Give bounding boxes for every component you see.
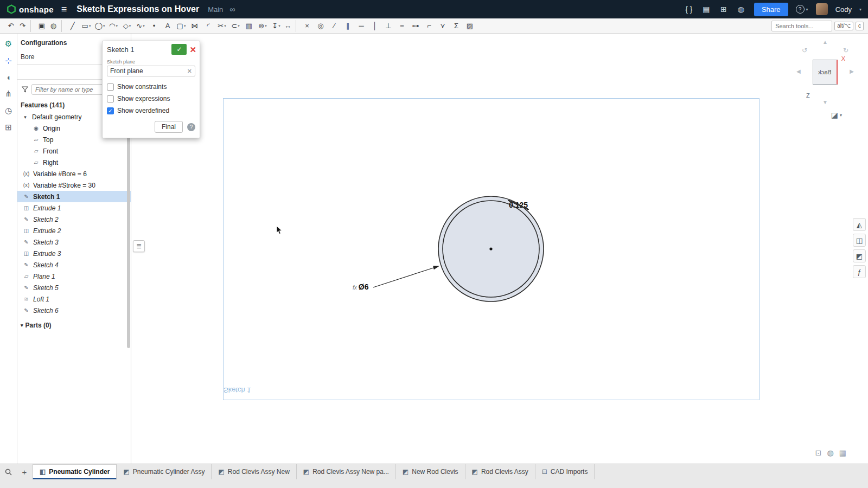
dialog-checkbox-row[interactable]: Show constraints [107, 81, 195, 93]
dialog-checkbox-row[interactable]: Show expressions [107, 93, 195, 105]
toolbar-tool-button[interactable]: ◍ ▾ [49, 20, 62, 32]
topbar-icon[interactable]: ◍ [736, 5, 746, 14]
user-avatar[interactable] [816, 3, 828, 15]
main-menu-icon[interactable]: ≡ [61, 4, 67, 15]
feature-tree-row[interactable]: ◫ Extrude 1 [17, 202, 131, 214]
topbar-icon[interactable]: { } [684, 5, 694, 14]
toolbar-tool-button[interactable]: × ▾ [301, 20, 314, 32]
roll-ccw-icon[interactable]: ↺ [802, 47, 807, 54]
user-menu-chevron-icon[interactable]: ▾ [859, 7, 861, 12]
toolbar-tool-button[interactable]: ▢ ▾ [175, 20, 188, 32]
toolbar-tool-button[interactable]: ⌐ ▾ [423, 20, 436, 32]
checkbox[interactable] [107, 107, 114, 114]
document-tab[interactable]: ◩ Pneumatic Cylinder Assy [117, 464, 212, 479]
feature-panel-collapse-handle[interactable]: ≣ [133, 240, 145, 252]
dialog-help-icon[interactable]: ? [187, 123, 195, 131]
toolbar-tool-button[interactable]: ◎ ▾ [314, 20, 327, 32]
dialog-checkbox-row[interactable]: Show overdefined [107, 105, 195, 117]
feature-tree-row[interactable]: ▱ Front [17, 145, 131, 157]
topbar-icon[interactable]: ⊞ [718, 5, 729, 14]
document-tab[interactable]: ◧ Pneumatic Cylinder [33, 464, 117, 479]
dimension-leader-line[interactable] [373, 267, 435, 287]
rotate-up-arrow[interactable]: ▲ [822, 39, 828, 45]
toolbar-tool-button[interactable]: ▣ ▾ [35, 20, 48, 32]
toolbar-tool-button[interactable]: ⋎ ▾ [436, 20, 449, 32]
toolbar-tool-button[interactable]: ⋈ ▾ [188, 20, 201, 32]
bottom-tool-icon[interactable]: ◍ [827, 448, 834, 457]
document-tab[interactable]: ◩ New Rod Clevis [396, 464, 465, 479]
add-tab-button[interactable]: + [16, 464, 33, 479]
help-menu[interactable]: ? ▾ [796, 5, 808, 14]
toolbar-tool-button[interactable]: ▨ ▾ [463, 20, 476, 32]
final-button[interactable]: Final [155, 121, 183, 133]
tool-dropdown-chevron-icon[interactable]: ▾ [143, 24, 145, 28]
toolbar-tool-button[interactable]: ⊶ ▾ [409, 20, 422, 32]
checkbox[interactable] [107, 95, 114, 102]
share-button[interactable]: Share [754, 3, 788, 16]
toolbar-tool-button[interactable]: ↶ ▾ [4, 20, 17, 32]
toolbar-tool-button[interactable]: ⊥ ▾ [382, 20, 395, 32]
workspace-name[interactable]: Main [208, 5, 223, 14]
feature-tree-row[interactable]: (x) Variable #Bore = 6 [17, 168, 131, 179]
feature-tree-row[interactable]: ✎ Sketch 5 [17, 282, 131, 293]
toolbar-tool-button[interactable]: ↧ ▾ [270, 20, 283, 32]
sketch-plane-field[interactable]: Front plane ✕ [107, 66, 195, 76]
right-panel-button[interactable]: ◫ [853, 234, 866, 247]
onshape-logo[interactable]: onshape [7, 4, 54, 14]
toolbar-tool-button[interactable]: ⊚ ▾ [256, 20, 269, 32]
circle-center-point[interactable] [489, 247, 492, 250]
rail-panel-icon[interactable]: ⚙ [3, 39, 15, 49]
document-tab[interactable]: ⊟ CAD Imports [535, 464, 595, 479]
right-panel-button[interactable]: ƒ [853, 265, 866, 278]
checkbox[interactable] [107, 84, 114, 91]
toolbar-tool-button[interactable]: ↷ ▾ [18, 20, 31, 32]
right-panel-button[interactable]: ◩ [853, 249, 866, 262]
viewcube-face[interactable]: Back [813, 60, 838, 85]
toolbar-tool-button[interactable]: ∥ ▾ [341, 20, 354, 32]
feature-tree-row[interactable]: ✎ Sketch 3 [17, 236, 131, 248]
cancel-button[interactable]: ✕ [189, 46, 196, 54]
rail-panel-icon[interactable]: ⊹ [3, 56, 15, 66]
rail-panel-icon[interactable]: ◖ [3, 73, 15, 82]
toolbar-tool-button[interactable]: ⊂ ▾ [229, 20, 242, 32]
tool-dropdown-chevron-icon[interactable]: ▾ [265, 24, 267, 28]
toolbar-tool-button[interactable]: ◜ ▾ [202, 20, 215, 32]
tab-search-button[interactable] [0, 464, 16, 479]
toolbar-tool-button[interactable]: ▭ ▾ [80, 20, 93, 32]
tool-dropdown-chevron-icon[interactable]: ▾ [238, 24, 240, 28]
parts-section-header[interactable]: ▾ Parts (0) [17, 316, 131, 329]
rotate-left-arrow[interactable]: ◀ [796, 68, 801, 74]
view-options-button[interactable]: ◪ ▾ [831, 111, 842, 119]
user-name[interactable]: Cody [835, 5, 852, 14]
feature-tree-row[interactable]: ✎ Sketch 2 [17, 214, 131, 225]
tool-dropdown-chevron-icon[interactable]: ▾ [129, 24, 131, 28]
toolbar-tool-button[interactable]: ╱ ▾ [66, 20, 79, 32]
tool-dropdown-chevron-icon[interactable]: ▾ [224, 24, 226, 28]
rail-panel-icon[interactable]: ⋔ [3, 89, 15, 99]
toolbar-tool-button[interactable]: A ▾ [161, 20, 174, 32]
feature-tree-row[interactable]: (x) Variable #Stroke = 30 [17, 179, 131, 191]
bottom-tool-icon[interactable]: ▦ [839, 448, 846, 457]
feature-tree-row[interactable]: ◫ Extrude 3 [17, 248, 131, 259]
feature-tree-row[interactable]: ▱ Right [17, 157, 131, 168]
help-icon[interactable]: ? [796, 5, 805, 14]
feature-tree-row[interactable]: ✎ Sketch 1 [17, 191, 131, 202]
right-panel-button[interactable]: ◭ [853, 218, 866, 231]
rail-panel-icon[interactable]: ◷ [3, 106, 15, 115]
toolbar-tool-button[interactable]: ◠ ▾ [107, 20, 120, 32]
diameter-dimension[interactable]: fx Ø6 [353, 282, 368, 291]
tool-dropdown-chevron-icon[interactable]: ▾ [89, 24, 91, 28]
feature-tree-row[interactable]: ≋ Loft 1 [17, 293, 131, 305]
toolbar-tool-button[interactable]: • ▾ [148, 20, 161, 32]
toolbar-tool-button[interactable]: │ ▾ [368, 20, 381, 32]
toolbar-tool-button[interactable]: ◯ ▾ [93, 20, 106, 32]
feature-tree-row[interactable]: ✎ Sketch 4 [17, 259, 131, 271]
tool-dropdown-chevron-icon[interactable]: ▾ [103, 24, 105, 28]
document-tab[interactable]: ◩ Rod Clevis Assy New [212, 464, 296, 479]
bottom-tool-icon[interactable]: ⊡ [815, 448, 822, 457]
toolbar-tool-button[interactable]: = ▾ [395, 20, 409, 32]
sidebar-scrollbar[interactable] [127, 115, 130, 348]
toolbar-tool-button[interactable]: ↔ ▾ [283, 20, 296, 32]
toolbar-tool-button[interactable]: ─ ▾ [355, 20, 368, 32]
toolbar-tool-button[interactable]: ▥ ▾ [242, 20, 256, 32]
